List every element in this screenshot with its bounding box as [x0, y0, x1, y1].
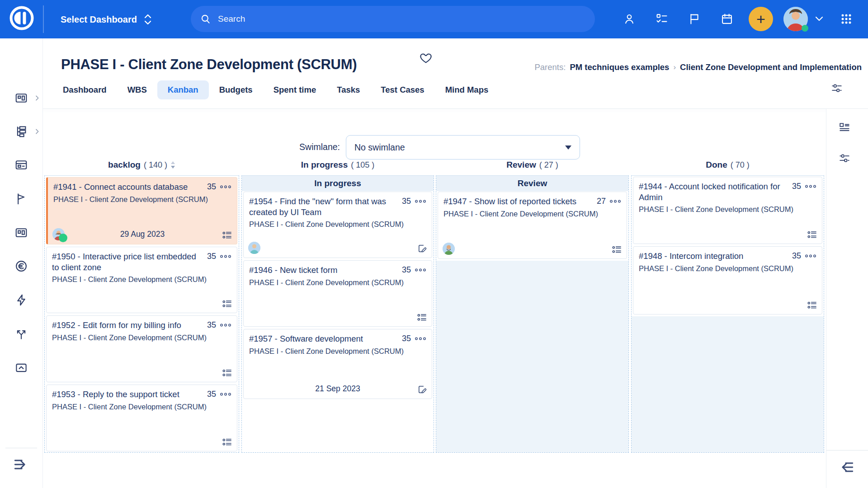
- subtasks-icon[interactable]: [807, 300, 817, 310]
- card-menu-icon[interactable]: [415, 199, 426, 204]
- task-title[interactable]: #1952 - Edit form for my billing info: [52, 320, 207, 331]
- breadcrumb-parent-2[interactable]: Client Zone Development and Implementati…: [680, 62, 862, 72]
- task-card[interactable]: #1950 - Interactive price list embedded …: [46, 247, 237, 313]
- task-title[interactable]: #1947 - Show list of reported tickets: [443, 196, 597, 207]
- calendar-icon[interactable]: [721, 13, 733, 25]
- hierarchy-icon[interactable]: [14, 125, 28, 138]
- chevron-right-icon[interactable]: [33, 128, 41, 135]
- subtasks-icon[interactable]: [807, 230, 817, 240]
- lightning-icon[interactable]: [14, 293, 28, 307]
- task-card[interactable]: #1954 - Find the "new" form that was cre…: [243, 192, 432, 258]
- card-menu-icon[interactable]: [805, 253, 816, 258]
- assignee-avatar[interactable]: [443, 243, 455, 255]
- task-card[interactable]: #1941 - Connect accounts database 35 PHA…: [46, 177, 237, 244]
- topbar-separator: [43, 5, 44, 33]
- right-rail: [826, 109, 868, 488]
- select-caret-icon: [565, 145, 571, 150]
- chevron-down-icon[interactable]: [814, 15, 825, 23]
- tab-kanban[interactable]: Kanban: [157, 80, 209, 99]
- collapse-menu-icon[interactable]: [13, 456, 29, 473]
- user-avatar[interactable]: [783, 7, 808, 31]
- apps-grid-icon[interactable]: [840, 13, 853, 25]
- collapse-panel-icon[interactable]: [839, 459, 855, 475]
- split-arrows-icon[interactable]: [14, 327, 28, 341]
- dashboard-icon[interactable]: [14, 91, 28, 105]
- flag-icon[interactable]: [688, 13, 701, 25]
- task-card[interactable]: #1953 - Reply to the support ticket 35 P…: [46, 385, 237, 451]
- task-title[interactable]: #1948 - Intercom integration: [639, 251, 792, 262]
- task-card[interactable]: #1952 - Edit form for my billing info 35…: [46, 315, 237, 382]
- task-card[interactable]: #1948 - Intercom integration 35 PHASE I …: [633, 246, 822, 314]
- task-card[interactable]: #1946 - New ticket form 35 PHASE I - Cli…: [243, 260, 432, 327]
- tab-dashboard[interactable]: Dashboard: [52, 80, 117, 99]
- euro-finance-icon[interactable]: [14, 259, 28, 273]
- card-menu-icon[interactable]: [805, 184, 816, 189]
- favorite-heart-icon[interactable]: [419, 51, 433, 65]
- tab-mind-maps[interactable]: Mind Maps: [435, 80, 499, 99]
- tab-spent-time[interactable]: Spent time: [263, 80, 327, 99]
- task-title[interactable]: #1944 - Account locked notification for …: [639, 181, 792, 202]
- column-header-in-progress[interactable]: In progress ( 105 ): [241, 158, 434, 172]
- kanban-board-icon[interactable]: [14, 226, 28, 239]
- tab-test-cases[interactable]: Test Cases: [370, 80, 434, 99]
- task-points: 35: [402, 265, 411, 275]
- column-empty-area: [632, 316, 824, 452]
- task-card[interactable]: #1944 - Account locked notification for …: [633, 177, 822, 244]
- task-title[interactable]: #1957 - Software development: [249, 333, 402, 344]
- subtasks-icon[interactable]: [417, 312, 427, 323]
- parents-label: Parents:: [534, 62, 566, 72]
- card-menu-icon[interactable]: [220, 392, 231, 397]
- task-title[interactable]: #1941 - Connect accounts database: [53, 182, 207, 192]
- sort-arrows-icon[interactable]: [170, 161, 175, 169]
- topbar: Select Dashboard: [0, 0, 868, 38]
- subtasks-icon[interactable]: [222, 437, 232, 447]
- task-title[interactable]: #1946 - New ticket form: [249, 265, 402, 276]
- task-card[interactable]: #1957 - Software development 35 PHASE I …: [243, 329, 432, 399]
- archive-up-icon[interactable]: [14, 361, 28, 375]
- board-layout-icon[interactable]: [839, 122, 850, 133]
- flag-marker-icon[interactable]: [14, 192, 28, 206]
- task-title[interactable]: #1954 - Find the "new" form that was cre…: [249, 196, 402, 217]
- browser-card-icon[interactable]: [14, 158, 28, 172]
- column-header-backlog[interactable]: backlog ( 140 ): [44, 158, 239, 172]
- tab-tasks[interactable]: Tasks: [326, 80, 370, 99]
- subtasks-icon[interactable]: [222, 230, 232, 240]
- page-title: PHASE I - Client Zone Development (SCRUM…: [61, 56, 357, 73]
- doc-edit-icon[interactable]: [417, 244, 427, 254]
- task-due-date: 29 Aug 2023: [48, 230, 237, 239]
- card-menu-icon[interactable]: [415, 336, 426, 341]
- assignee-avatar[interactable]: [52, 228, 65, 240]
- column-header-done[interactable]: Done ( 70 ): [631, 158, 824, 172]
- task-points: 35: [402, 334, 411, 343]
- tab-budgets[interactable]: Budgets: [209, 80, 263, 99]
- assignee-avatar[interactable]: [248, 242, 260, 254]
- doc-edit-icon[interactable]: [417, 385, 427, 395]
- subtasks-icon[interactable]: [612, 244, 622, 255]
- task-title[interactable]: #1950 - Interactive price list embedded …: [52, 251, 207, 272]
- card-menu-icon[interactable]: [220, 184, 231, 189]
- dashboard-selector[interactable]: Select Dashboard: [58, 10, 155, 29]
- breadcrumb-parent-1[interactable]: PM techniques examples: [570, 62, 669, 72]
- breadcrumb-separator: ›: [673, 63, 676, 72]
- person-icon[interactable]: [623, 13, 636, 25]
- filter-sliders-icon[interactable]: [839, 152, 850, 164]
- search-input[interactable]: [217, 14, 586, 24]
- search-bar[interactable]: [191, 6, 595, 32]
- card-menu-icon[interactable]: [220, 323, 231, 328]
- task-project: PHASE I - Client Zone Development (SCRUM…: [249, 220, 426, 229]
- chevron-right-icon[interactable]: [33, 94, 41, 102]
- add-button[interactable]: +: [749, 7, 773, 31]
- task-card[interactable]: #1947 - Show list of reported tickets 27…: [438, 192, 627, 259]
- column-header-review[interactable]: Review ( 27 ): [436, 158, 629, 172]
- card-menu-icon[interactable]: [609, 199, 621, 204]
- swimlane-select[interactable]: No swimlane: [346, 135, 580, 160]
- task-title[interactable]: #1953 - Reply to the support ticket: [52, 389, 207, 400]
- tab-wbs[interactable]: WBS: [117, 80, 157, 99]
- card-menu-icon[interactable]: [415, 267, 426, 272]
- subtasks-icon[interactable]: [222, 368, 232, 378]
- card-menu-icon[interactable]: [220, 254, 231, 259]
- app-logo[interactable]: [8, 4, 36, 32]
- subtasks-icon[interactable]: [222, 299, 232, 309]
- checklist-icon[interactable]: [656, 13, 668, 25]
- board-settings-sliders-icon[interactable]: [831, 82, 843, 94]
